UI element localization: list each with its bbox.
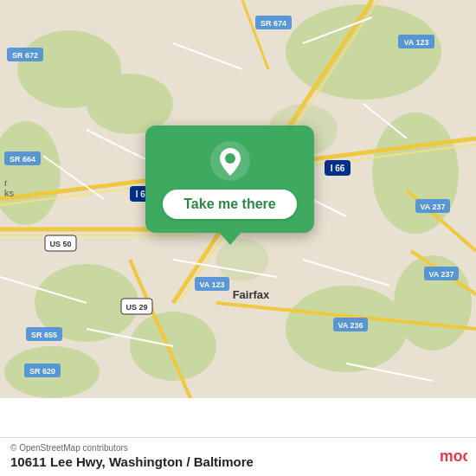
svg-text:SR 655: SR 655 — [31, 331, 57, 339]
address-line: 10611 Lee Hwy, Washington / Baltimore — [10, 454, 254, 469]
svg-text:US 29: US 29 — [125, 303, 147, 312]
bottom-info-bar: © OpenStreetMap contributors 10611 Lee H… — [0, 437, 476, 476]
svg-text:I 66: I 66 — [331, 164, 345, 173]
svg-text:moovit: moovit — [440, 447, 467, 465]
svg-text:SR 664: SR 664 — [10, 155, 35, 164]
map-container: SR 672 SR 664 VA 123 SR 674 I 66 I 66 US… — [0, 0, 476, 476]
map-attribution: © OpenStreetMap contributors — [10, 443, 466, 453]
svg-text:SR 620: SR 620 — [29, 367, 55, 376]
svg-point-4 — [372, 113, 459, 234]
svg-text:SR 674: SR 674 — [261, 19, 286, 28]
svg-point-67 — [225, 153, 235, 164]
location-pin-icon — [210, 141, 250, 181]
take-me-there-button[interactable]: Take me there — [163, 190, 297, 219]
svg-text:VA 123: VA 123 — [403, 38, 428, 47]
svg-text:SR 672: SR 672 — [12, 51, 38, 60]
svg-text:VA 237: VA 237 — [428, 270, 453, 279]
svg-text:Fairfax: Fairfax — [233, 288, 270, 301]
svg-point-1 — [286, 4, 441, 100]
svg-text:ks: ks — [4, 188, 15, 198]
svg-text:US 50: US 50 — [49, 240, 71, 248]
svg-text:VA 237: VA 237 — [420, 203, 445, 211]
popup-card: Take me there — [145, 125, 314, 233]
svg-text:r: r — [4, 177, 8, 188]
svg-text:VA 236: VA 236 — [338, 321, 363, 330]
moovit-logo-svg: moovit — [440, 441, 467, 469]
moovit-logo: moovit — [440, 441, 467, 469]
svg-text:VA 123: VA 123 — [199, 280, 224, 289]
